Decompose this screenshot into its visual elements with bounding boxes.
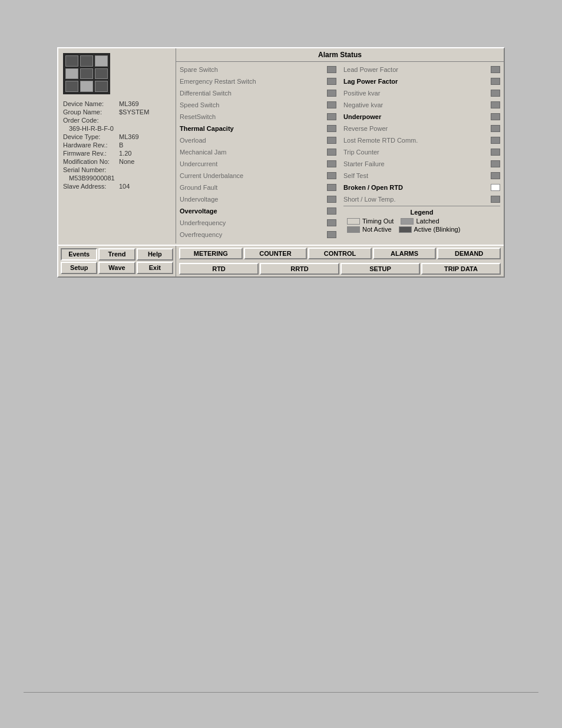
alarm-label: Undercurrent xyxy=(180,160,217,167)
alarm-indicator xyxy=(327,125,336,132)
alarm-indicator xyxy=(491,66,500,73)
tab-trip-data[interactable]: TRIP DATA xyxy=(421,263,501,275)
mod-no-label: Modification No: xyxy=(63,158,119,165)
alarm-indicator xyxy=(491,113,500,120)
alarm-row: Undercurrent xyxy=(180,159,336,169)
alarm-row: Self Test xyxy=(343,170,500,181)
device-info: Device Name: ML369 Group Name: $SYSTEM O… xyxy=(63,100,171,190)
top-section: Device Name: ML369 Group Name: $SYSTEM O… xyxy=(58,48,504,243)
alarm-col-left: Spare SwitchEmergency Restart SwitchDiff… xyxy=(176,62,340,243)
nav-button-trend[interactable]: Trend xyxy=(98,248,135,261)
tab-setup[interactable]: SETUP xyxy=(340,263,420,275)
order-code-row: Order Code: xyxy=(63,117,171,124)
tab-bar: EventsTrendHelpSetupWaveExit METERINGCOU… xyxy=(58,245,504,276)
alarm-row: Speed Switch xyxy=(180,100,336,110)
tab-rrtd[interactable]: RRTD xyxy=(260,263,339,275)
mod-no-value: None xyxy=(119,158,134,165)
order-code-label: Order Code: xyxy=(63,117,119,124)
alarm-indicator xyxy=(491,90,500,97)
device-type-row: Device Type: ML369 xyxy=(63,133,171,140)
slave-addr-value: 104 xyxy=(119,183,130,190)
fw-rev-value: 1.20 xyxy=(119,150,131,157)
legend-box-active xyxy=(399,226,412,233)
alarm-status-header: Alarm Status xyxy=(176,48,504,62)
icon-cell xyxy=(80,68,93,80)
alarm-row: Trip Counter xyxy=(343,147,500,157)
alarm-label: Undervoltage xyxy=(180,196,218,203)
icon-cell xyxy=(65,55,78,67)
alarm-label: Self Test xyxy=(343,172,368,179)
alarm-label: Differential Switch xyxy=(180,90,232,97)
alarm-row: Positive kvar xyxy=(343,88,500,98)
icon-cell xyxy=(95,81,108,92)
alarm-indicator xyxy=(327,196,336,203)
icon-cell xyxy=(95,55,108,67)
tab-demand[interactable]: DEMAND xyxy=(437,248,501,259)
icon-cell xyxy=(95,68,108,80)
tab-alarms[interactable]: ALARMS xyxy=(373,248,437,259)
tab-rtd[interactable]: RTD xyxy=(179,263,259,275)
alarm-label: Short / Low Temp. xyxy=(343,196,395,203)
legend-label: Not Active xyxy=(362,226,392,233)
legend-title: Legend xyxy=(347,209,497,216)
tab-metering[interactable]: METERING xyxy=(179,248,243,259)
nav-button-help[interactable]: Help xyxy=(137,248,173,261)
alarm-indicator xyxy=(327,231,336,238)
alarm-col-right: Lead Power FactorLag Power FactorPositiv… xyxy=(340,62,504,243)
legend-item: Timing OutLatched xyxy=(347,218,497,225)
alarm-row: Thermal Capacity xyxy=(180,123,336,134)
left-buttons: EventsTrendHelpSetupWaveExit xyxy=(58,246,176,276)
alarm-indicator xyxy=(327,113,336,120)
legend-box-not-active xyxy=(347,226,360,233)
alarm-label: Lost Remote RTD Comm. xyxy=(343,137,418,144)
device-type-value: ML369 xyxy=(119,133,139,140)
alarm-label: Overfrequency xyxy=(180,231,222,238)
alarm-row: ResetSwitch xyxy=(180,111,336,122)
alarm-label: Negative kvar xyxy=(343,101,383,108)
alarm-indicator xyxy=(491,101,500,108)
alarm-label: Mechanical Jam xyxy=(180,149,226,156)
legend-area: LegendTiming OutLatchedNot ActiveActive … xyxy=(343,206,500,235)
alarm-row: Short / Low Temp. xyxy=(343,194,500,205)
group-name-label: Group Name: xyxy=(63,108,119,116)
alarm-row: Ground Fault xyxy=(180,182,336,193)
alarm-label: Underpower xyxy=(343,113,381,120)
nav-button-setup[interactable]: Setup xyxy=(61,262,97,274)
tab-counter[interactable]: COUNTER xyxy=(244,248,308,259)
device-icon xyxy=(63,53,110,94)
alarm-indicator xyxy=(491,78,500,85)
nav-button-exit[interactable]: Exit xyxy=(137,262,173,274)
device-name-label: Device Name: xyxy=(63,100,119,107)
icon-cell xyxy=(65,68,78,80)
serial-value: M53B99000081 xyxy=(69,174,115,182)
icon-cell xyxy=(80,55,93,67)
alarm-row: Differential Switch xyxy=(180,88,336,98)
alarm-indicator xyxy=(491,160,500,167)
alarm-row: Undervoltage xyxy=(180,194,336,205)
hw-rev-value: B xyxy=(119,141,123,149)
alarm-label: Lag Power Factor xyxy=(343,78,398,85)
tab-buttons: METERINGCOUNTERCONTROLALARMSDEMAND RTDRR… xyxy=(176,246,504,276)
alarm-row: Spare Switch xyxy=(180,64,336,75)
alarm-label: Broken / Open RTD xyxy=(343,184,403,191)
tab-row-2: RTDRRTDSETUPTRIP DATA xyxy=(176,261,504,276)
alarm-row: Lost Remote RTD Comm. xyxy=(343,135,500,146)
fw-rev-row: Firmware Rev.: 1.20 xyxy=(63,150,171,157)
nav-button-wave[interactable]: Wave xyxy=(98,262,135,274)
alarm-label: Thermal Capacity xyxy=(180,125,234,132)
alarm-label: Spare Switch xyxy=(180,66,218,73)
alarm-row: Overfrequency xyxy=(180,229,336,240)
alarm-row: Lag Power Factor xyxy=(343,76,500,87)
fw-rev-label: Firmware Rev.: xyxy=(63,150,119,157)
mod-no-row: Modification No: None xyxy=(63,158,171,165)
nav-button-events[interactable]: Events xyxy=(61,248,97,261)
legend-label: Active (Blinking) xyxy=(414,226,461,233)
group-name-row: Group Name: $SYSTEM xyxy=(63,108,171,116)
slave-addr-row: Slave Address: 104 xyxy=(63,183,171,190)
tab-control[interactable]: CONTROL xyxy=(308,248,372,259)
icon-cell xyxy=(80,81,93,92)
legend-items: Timing OutLatchedNot ActiveActive (Blink… xyxy=(347,218,497,233)
alarm-label: ResetSwitch xyxy=(180,113,216,120)
device-name-value: ML369 xyxy=(119,100,139,107)
alarm-row: Underpower xyxy=(343,111,500,122)
